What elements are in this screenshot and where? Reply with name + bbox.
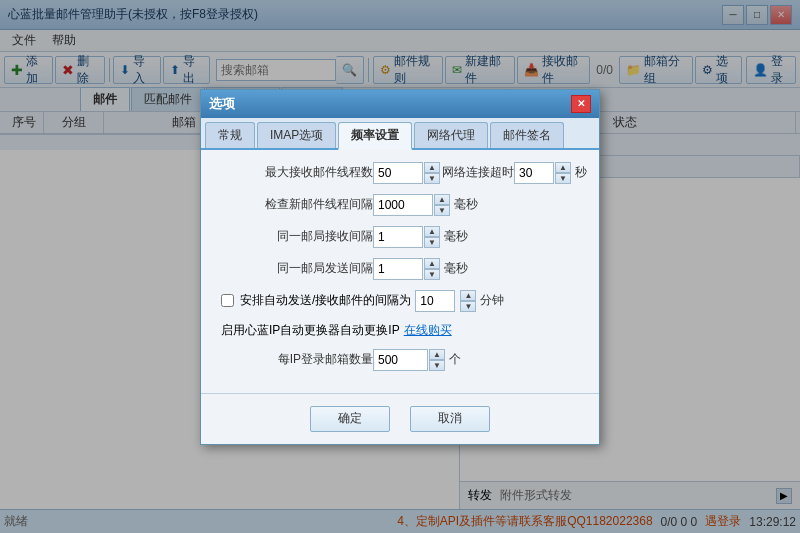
same-domain-recv-spinner[interactable]: ▲ ▼ [424,226,440,248]
auto-schedule-label: 安排自动发送/接收邮件的间隔为 [240,292,411,309]
max-threads-spinner[interactable]: ▲ ▼ [424,162,440,184]
dialog-tab-proxy[interactable]: 网络代理 [414,122,488,148]
dialog-close-button[interactable]: ✕ [571,95,591,113]
same-domain-send-label: 同一邮局发送间隔 [213,260,373,277]
auto-schedule-checkbox[interactable] [221,294,234,307]
max-threads-input[interactable] [373,162,423,184]
ip-changer-row: 启用心蓝IP自动更换器自动更换IP 在线购买 [213,322,587,339]
recv-up[interactable]: ▲ [424,226,440,237]
send-up[interactable]: ▲ [424,258,440,269]
per-ip-spinner[interactable]: ▲ ▼ [429,349,445,371]
same-domain-send-unit: 毫秒 [444,260,468,277]
recv-down[interactable]: ▼ [424,237,440,248]
options-dialog: 选项 ✕ 常规 IMAP选项 频率设置 网络代理 邮件签名 最大接收邮件线程数 … [200,89,600,445]
send-down[interactable]: ▼ [424,269,440,280]
dialog-title: 选项 [209,95,235,113]
max-threads-down[interactable]: ▼ [424,173,440,184]
per-ip-label: 每IP登录邮箱数量 [213,351,373,368]
per-ip-unit: 个 [449,351,461,368]
dialog-cancel-button[interactable]: 取消 [410,406,490,432]
ip-changer-link[interactable]: 在线购买 [404,322,452,339]
dialog-tab-imap[interactable]: IMAP选项 [257,122,336,148]
dialog-tabs: 常规 IMAP选项 频率设置 网络代理 邮件签名 [201,118,599,150]
same-domain-recv-unit: 毫秒 [444,228,468,245]
dialog-tab-signature[interactable]: 邮件签名 [490,122,564,148]
max-threads-row: 最大接收邮件线程数 ▲ ▼ 网络连接超时 ▲ ▼ 秒 [213,162,587,184]
same-domain-send-spinner[interactable]: ▲ ▼ [424,258,440,280]
check-interval-down[interactable]: ▼ [434,205,450,216]
dialog-tab-general[interactable]: 常规 [205,122,255,148]
auto-schedule-row: 安排自动发送/接收邮件的间隔为 ▲ ▼ 分钟 [213,290,587,312]
per-ip-down[interactable]: ▼ [429,360,445,371]
dialog-title-bar: 选项 ✕ [201,90,599,118]
check-interval-unit: 毫秒 [454,196,478,213]
dialog-tab-frequency[interactable]: 频率设置 [338,122,412,150]
modal-overlay: 选项 ✕ 常规 IMAP选项 频率设置 网络代理 邮件签名 最大接收邮件线程数 … [0,0,800,533]
auto-schedule-input[interactable] [415,290,455,312]
auto-schedule-up[interactable]: ▲ [460,290,476,301]
check-interval-spinner[interactable]: ▲ ▼ [434,194,450,216]
check-interval-up[interactable]: ▲ [434,194,450,205]
per-ip-up[interactable]: ▲ [429,349,445,360]
per-ip-input[interactable] [373,349,428,371]
dialog-content: 最大接收邮件线程数 ▲ ▼ 网络连接超时 ▲ ▼ 秒 检查新邮件线程间隔 [201,150,599,393]
same-domain-recv-label: 同一邮局接收间隔 [213,228,373,245]
auto-schedule-spinner[interactable]: ▲ ▼ [460,290,476,312]
network-timeout-spinner[interactable]: ▲ ▼ [555,162,571,184]
network-timeout-label: 网络连接超时 [442,164,514,181]
max-threads-up[interactable]: ▲ [424,162,440,173]
same-domain-recv-row: 同一邮局接收间隔 ▲ ▼ 毫秒 [213,226,587,248]
per-ip-row: 每IP登录邮箱数量 ▲ ▼ 个 [213,349,587,371]
same-domain-send-input[interactable] [373,258,423,280]
same-domain-send-row: 同一邮局发送间隔 ▲ ▼ 毫秒 [213,258,587,280]
same-domain-recv-input[interactable] [373,226,423,248]
network-timeout-input[interactable] [514,162,554,184]
max-threads-label: 最大接收邮件线程数 [213,164,373,181]
auto-schedule-down[interactable]: ▼ [460,301,476,312]
timeout-up[interactable]: ▲ [555,162,571,173]
check-interval-label: 检查新邮件线程间隔 [213,196,373,213]
check-interval-row: 检查新邮件线程间隔 ▲ ▼ 毫秒 [213,194,587,216]
ip-changer-label: 启用心蓝IP自动更换器自动更换IP [221,322,400,339]
check-interval-input[interactable] [373,194,433,216]
dialog-ok-button[interactable]: 确定 [310,406,390,432]
timeout-unit: 秒 [575,164,587,181]
dialog-footer: 确定 取消 [201,393,599,444]
auto-schedule-unit: 分钟 [480,292,504,309]
timeout-down[interactable]: ▼ [555,173,571,184]
